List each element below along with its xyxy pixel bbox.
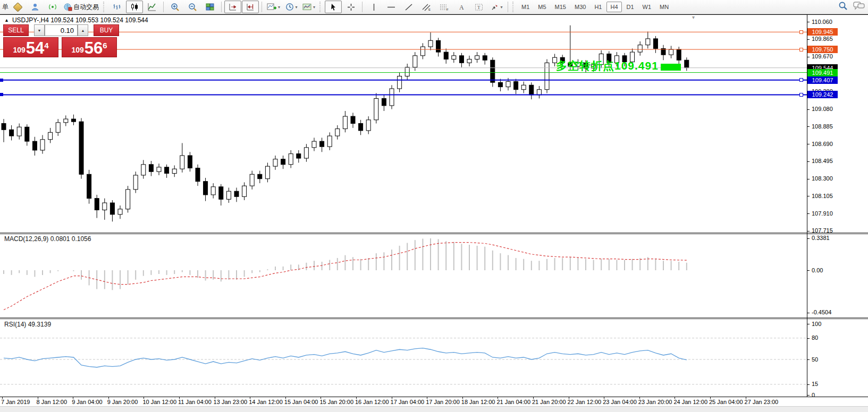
volume-input[interactable]	[45, 24, 78, 36]
orders-label-fragment[interactable]: 单	[2, 3, 9, 12]
timeframe-d1[interactable]: D1	[623, 2, 638, 12]
dropdown-arrow-icon[interactable]: ▾	[313, 5, 315, 10]
rsi-tick-label: 100	[812, 321, 821, 327]
zoom-out-button[interactable]	[184, 1, 201, 13]
arrows-button[interactable]: ▾	[488, 1, 505, 13]
timeframe-h4[interactable]: H4	[606, 2, 621, 12]
line-chart-button[interactable]	[144, 1, 161, 13]
time-axis-label: 21 Jan 20:00	[532, 399, 566, 405]
buy-button[interactable]: BUY	[94, 24, 119, 36]
candle-body	[133, 175, 138, 190]
crosshair-button[interactable]	[342, 1, 359, 13]
candle-body	[320, 141, 324, 147]
candle-body	[459, 56, 464, 63]
time-axis-label: 9 Jan 20:00	[107, 399, 138, 405]
price-tick-label: 109.670	[812, 53, 833, 59]
sell-button[interactable]: SELL	[3, 24, 29, 36]
candle-body	[258, 174, 262, 178]
candle-body	[2, 124, 6, 130]
timeframe-m5[interactable]: M5	[534, 2, 550, 12]
zoom-in-button[interactable]	[166, 1, 183, 13]
text-button[interactable]: A	[453, 1, 470, 13]
dropdown-arrow-icon[interactable]: ▾	[296, 5, 298, 10]
rsi-line	[4, 348, 687, 367]
price-tick-label: 108.885	[812, 123, 833, 130]
chart-shift-button[interactable]	[242, 1, 259, 13]
candle-body	[374, 98, 378, 119]
fibonacci-button[interactable]: F	[435, 1, 452, 13]
candle-body	[529, 85, 534, 95]
buy-price-display[interactable]: 109 56 6	[62, 37, 117, 57]
line-endpoint-marker[interactable]	[799, 93, 803, 97]
time-tick-mark	[73, 397, 73, 399]
trendline-button[interactable]	[400, 1, 417, 13]
cursor-button[interactable]	[325, 1, 342, 13]
candle-body	[234, 191, 239, 196]
equidistant-channel-icon: E	[422, 3, 431, 11]
autotrading-button[interactable]: 自动交易	[62, 1, 101, 13]
crosshair-icon	[347, 3, 355, 11]
text-label-icon: T	[475, 3, 483, 11]
candle-body	[312, 141, 316, 148]
time-tick-mark	[746, 397, 746, 399]
timeframe-m1[interactable]: M1	[518, 2, 533, 12]
auto-scroll-button[interactable]	[224, 1, 241, 13]
line-endpoint-marker[interactable]	[799, 48, 803, 52]
bar-chart-button[interactable]	[108, 1, 125, 13]
toolbar-separator	[508, 2, 508, 12]
dropdown-arrow-icon[interactable]: ▾	[501, 5, 503, 10]
candle-body	[343, 116, 347, 129]
macd-panel[interactable]	[0, 234, 807, 317]
search-icon[interactable]	[838, 1, 848, 11]
equidistant-channel-button[interactable]: E	[418, 1, 435, 13]
vertical-line-button[interactable]	[365, 1, 382, 13]
line-endpoint-marker[interactable]	[799, 78, 803, 82]
macd-signal-line	[4, 243, 687, 310]
dropdown-arrow-icon[interactable]: ▾	[278, 5, 280, 10]
main-price-panel[interactable]	[0, 15, 807, 233]
collapse-panel-icon[interactable]: ▲	[4, 18, 9, 23]
price-tick-label: 108.690	[812, 141, 833, 147]
line-endpoint-marker[interactable]	[0, 93, 3, 96]
toolbar-right	[838, 1, 865, 11]
rsi-tick-mark	[807, 395, 810, 396]
toolbar-grip	[103, 2, 106, 12]
volume-increase-button[interactable]: ▲	[78, 24, 88, 36]
indicators-button[interactable]: ▾	[265, 1, 282, 13]
chart-title-row: ▲ USDJPY-,H4 109.524 109.553 109.524 109…	[4, 16, 148, 24]
rsi-panel[interactable]	[0, 319, 807, 397]
horizontal-line-button[interactable]	[383, 1, 400, 13]
chart-shift-marker[interactable]: ▾	[692, 14, 695, 20]
timeframe-mn[interactable]: MN	[656, 2, 672, 12]
rsi-tick-label: 0	[812, 392, 815, 398]
line-endpoint-marker[interactable]	[0, 79, 3, 82]
timeframe-m15[interactable]: M15	[551, 2, 570, 12]
tile-windows-button[interactable]	[201, 1, 218, 13]
new-order-button[interactable]	[9, 1, 26, 13]
macd-tick-mark	[807, 313, 810, 313]
timeframe-w1[interactable]: W1	[639, 2, 655, 12]
price-tick-mark	[807, 57, 810, 57]
timeframe-h1[interactable]: H1	[591, 2, 605, 12]
candlestick-chart-button[interactable]	[126, 1, 143, 13]
candle-body	[180, 156, 184, 169]
candle-body	[351, 116, 355, 123]
sell-price-display[interactable]: 109 54 4	[3, 37, 58, 57]
chat-icon[interactable]	[853, 1, 865, 11]
text-label-button[interactable]: T	[470, 1, 487, 13]
candle-body	[95, 199, 99, 210]
candle-body	[390, 89, 394, 106]
community-button[interactable]	[27, 1, 44, 13]
toolbar-separator	[362, 2, 363, 12]
line-endpoint-marker[interactable]	[799, 30, 803, 34]
periods-button[interactable]: ▾	[283, 1, 300, 13]
new-order-icon	[13, 2, 22, 12]
templates-button[interactable]: ▾	[300, 1, 317, 13]
rsi-tick-mark	[807, 359, 810, 360]
timeframe-m30[interactable]: M30	[571, 2, 589, 12]
price-line-badge: 109.750	[807, 46, 838, 53]
volume-decrease-button[interactable]: ▼	[34, 24, 45, 36]
time-axis-label: 17 Jan 04:00	[391, 399, 425, 405]
candle-body	[141, 165, 146, 175]
signals-button[interactable]	[44, 1, 61, 13]
